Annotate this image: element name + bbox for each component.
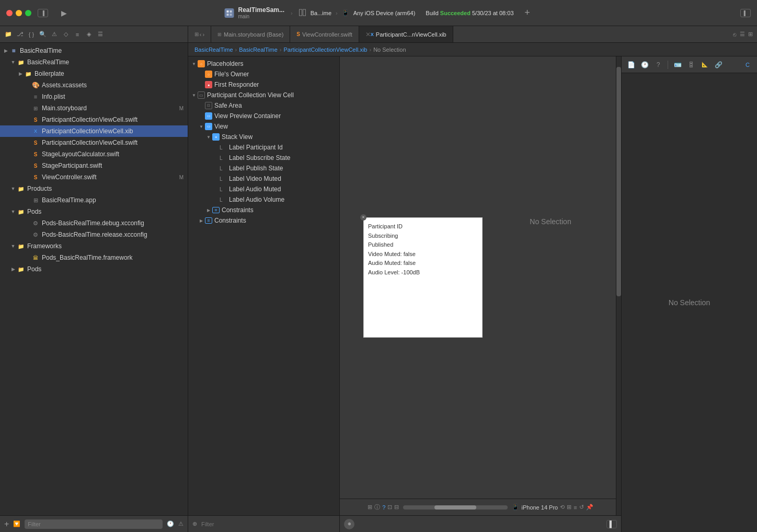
breadcrumb-basicrealtime1[interactable]: BasicRealTime	[194, 47, 233, 53]
svg-rect-5	[303, 9, 306, 16]
sidebar-item-frameworks[interactable]: 📁 Frameworks	[0, 240, 188, 252]
ib-item-view[interactable]: ▭ View	[188, 121, 339, 132]
tab-viewcontroller[interactable]: S ViewController.swift	[290, 26, 359, 42]
sidebar-item-pods-framework[interactable]: 🏛 Pods_BasicRealTime.framework	[0, 252, 188, 263]
library-icon[interactable]: ⊡	[387, 504, 392, 511]
connections-inspector-icon[interactable]: 🔗	[713, 60, 724, 70]
identity-inspector-icon[interactable]: 🪪	[672, 60, 683, 70]
editor-menu-icon[interactable]: ☰	[740, 31, 745, 38]
back-nav-icon[interactable]: ‹	[200, 31, 202, 38]
split-editor-icon[interactable]: ⎋	[733, 31, 737, 38]
c-inspector-icon[interactable]: C	[742, 60, 753, 70]
sidebar-item-participantcell-swift2[interactable]: S ParticipantCollectionViewCell.swift	[0, 137, 188, 148]
size-inspector-icon[interactable]: 📐	[699, 60, 710, 70]
sidebar-item-boilerplate[interactable]: 📁 Boilerplate	[0, 68, 188, 79]
ib-label: Constraints	[214, 217, 335, 224]
sidebar-item-stageparticipant[interactable]: S StageParticipant.swift	[0, 160, 188, 171]
sidebar-item-basicrealtime-root[interactable]: ■ BasicRealTime	[0, 45, 188, 56]
ib-label: Label Subscribe State	[229, 154, 335, 161]
bottom-right-icon[interactable]: ▌	[606, 520, 617, 528]
split-icon[interactable]: ⊟	[394, 504, 399, 511]
ib-item-label-subscribe-state[interactable]: L Label Subscribe State	[188, 153, 339, 163]
maximize-button[interactable]	[25, 10, 31, 16]
info-icon[interactable]: ⓘ	[374, 503, 380, 511]
canvas-scrollbar[interactable]	[616, 56, 621, 515]
ib-item-view-preview[interactable]: ▭ View Preview Container	[188, 111, 339, 121]
label-l-icon: L	[220, 145, 227, 151]
ib-item-stack-view[interactable]: ≡ Stack View	[188, 132, 339, 142]
orientation-icon[interactable]: ⟲	[560, 504, 565, 511]
quick-help-icon[interactable]: ?	[382, 504, 385, 511]
svg-rect-4	[300, 9, 302, 16]
ib-item-label-participant-id[interactable]: L Label Participant Id	[188, 142, 339, 153]
sidebar-item-mainstoryboard[interactable]: ⊞ Main.storyboard M	[0, 102, 188, 114]
tab-storyboard[interactable]: ⊞ Main.storyboard (Base)	[211, 26, 290, 42]
ib-item-label-audio-muted[interactable]: L Label Audio Muted	[188, 184, 339, 194]
sidebar-item-products[interactable]: 📁 Products	[0, 183, 188, 194]
sidebar-item-pods-debug[interactable]: ⚙ Pods-BasicRealTime.debug.xcconfig	[0, 217, 188, 229]
ib-item-constraints-view[interactable]: ≡ Constraints	[188, 205, 339, 215]
report-navigator-icon[interactable]: ☰	[96, 30, 105, 39]
attributes-inspector-icon[interactable]: 🎛	[686, 60, 696, 70]
ib-item-first-responder[interactable]: ● First Responder	[188, 79, 339, 90]
sidebar-item-assets[interactable]: 🎨 Assets.xcassets	[0, 79, 188, 91]
sidebar-item-participantcell-swift[interactable]: S ParticipantCollectionViewCell.swift	[0, 114, 188, 125]
ib-item-label-audio-volume[interactable]: L Label Audio Volume	[188, 194, 339, 205]
add-tab-button[interactable]: +	[522, 8, 533, 18]
sidebar-item-pods-group[interactable]: 📁 Pods	[0, 263, 188, 275]
cell-close-button[interactable]: ✕	[360, 214, 366, 221]
device-name: iPhone 14 Pro	[521, 504, 558, 511]
tree-label: Pods-BasicRealTime.release.xcconfig	[42, 231, 183, 238]
grid-view-icon[interactable]: ⊞	[194, 31, 199, 37]
right-sidebar-toggle[interactable]: ▌	[740, 9, 751, 17]
source-control-icon[interactable]: ⎇	[16, 30, 24, 39]
play-button[interactable]: ▶	[59, 8, 69, 18]
sidebar-item-pods-release[interactable]: ⚙ Pods-BasicRealTime.release.xcconfig	[0, 229, 188, 240]
ib-filter-input[interactable]	[201, 521, 335, 527]
sidebar-item-basicrealtime-group[interactable]: 📁 BasicRealTime	[0, 56, 188, 68]
breakpoint-icon[interactable]: ◈	[85, 30, 93, 39]
sidebar-item-stagelayout[interactable]: S StageLayoutCalculator.swift	[0, 148, 188, 160]
sidebar-toggle-button[interactable]: ▐	[38, 9, 48, 17]
ib-label: Participant Collection View Cell	[207, 91, 335, 99]
breadcrumb-xib[interactable]: ParticipantCollectionViewCell.xib	[283, 47, 367, 53]
ib-item-participant-cell[interactable]: ▭ Participant Collection View Cell	[188, 90, 339, 100]
horizontal-scrollbar[interactable]	[403, 505, 508, 510]
sidebar-item-participantcell-xib[interactable]: X ParticipantCollectionViewCell.xib	[0, 125, 188, 137]
file-inspector-icon[interactable]: 📄	[626, 60, 636, 70]
sidebar-item-infoplist[interactable]: ≡ Info.plist	[0, 91, 188, 102]
sidebar-item-basicrealtime-app[interactable]: ⊞ BasicRealTime.app	[0, 194, 188, 206]
sidebar-item-pods[interactable]: 📁 Pods	[0, 206, 188, 217]
close-button[interactable]	[6, 10, 13, 16]
ib-item-files-owner[interactable]: ○ File's Owner	[188, 69, 339, 79]
ib-item-label-video-muted[interactable]: L Label Video Muted	[188, 174, 339, 184]
test-navigator-icon[interactable]: ◇	[62, 30, 70, 39]
sidebar-item-viewcontroller[interactable]: S ViewController.swift M	[0, 171, 188, 183]
sidebar-filter-input[interactable]	[25, 519, 163, 529]
ib-item-placeholders[interactable]: ○ Placeholders	[188, 59, 339, 69]
left-sidebar: 📁 ⎇ { } 🔍 ⚠ ◇ ≡ ◈ ☰ ■ BasicRealTime 📁 Ba…	[0, 26, 188, 532]
inspect-icon[interactable]: ⊞	[368, 504, 372, 511]
add-file-button[interactable]: +	[4, 519, 9, 529]
minimap-icon[interactable]: ⊞	[748, 31, 753, 38]
ib-item-safe-area[interactable]: ⊡ Safe Area	[188, 100, 339, 111]
debug-navigator-icon[interactable]: ≡	[73, 30, 82, 39]
forward-nav-icon[interactable]: ›	[203, 31, 205, 38]
find-icon[interactable]: 🔍	[39, 30, 47, 39]
ib-item-constraints-main[interactable]: ≡ Constraints	[188, 215, 339, 226]
quick-help-inspector-icon[interactable]: ?	[653, 60, 663, 70]
file-navigator-icon[interactable]: 📁	[4, 30, 13, 39]
zoom-icon[interactable]: ⊞	[567, 504, 571, 511]
pin-icon[interactable]: 📌	[586, 504, 593, 511]
symbol-navigator-icon[interactable]: { }	[27, 30, 36, 39]
minimize-button[interactable]	[16, 10, 22, 16]
variations-icon[interactable]: ≡	[574, 504, 577, 511]
refresh-icon[interactable]: ↺	[579, 504, 584, 511]
issue-navigator-icon[interactable]: ⚠	[50, 30, 59, 39]
tab-xib[interactable]: ✕ X ParticipantC...nViewCell.xib	[359, 26, 453, 42]
tree-arrow	[9, 242, 17, 250]
breadcrumb-basicrealtime2[interactable]: BasicRealTime	[239, 47, 278, 53]
tab-close-icon[interactable]: ✕	[365, 31, 371, 38]
history-icon[interactable]: 🕐	[639, 60, 650, 70]
ib-item-label-publish-state[interactable]: L Label Publish State	[188, 163, 339, 174]
